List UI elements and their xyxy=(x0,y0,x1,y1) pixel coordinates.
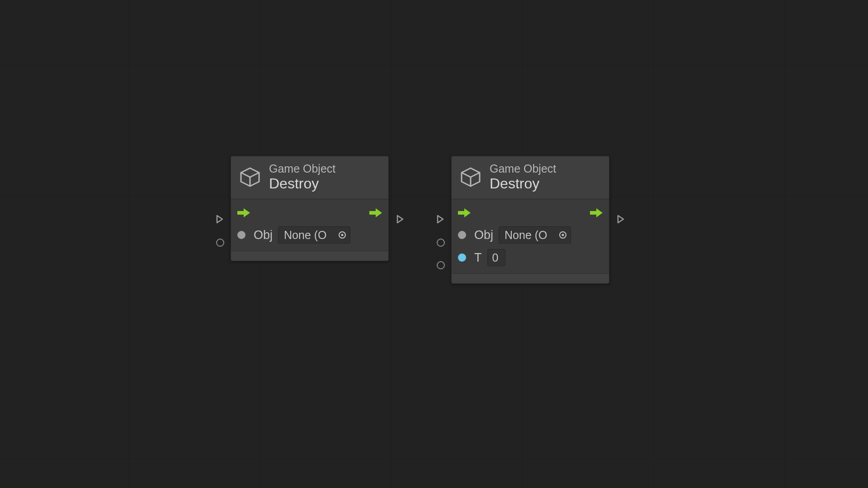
port-row-obj: Obj None (O xyxy=(231,224,388,246)
node-footer xyxy=(231,251,388,261)
flow-out-arrow-icon[interactable] xyxy=(369,208,382,218)
port-dot-t[interactable] xyxy=(458,253,466,262)
node-footer xyxy=(452,273,609,283)
node-destroy-2[interactable]: Game Object Destroy xyxy=(451,156,609,284)
object-picker-icon[interactable] xyxy=(559,231,567,239)
node-header-text: Game Object Destroy xyxy=(269,163,335,192)
flow-row xyxy=(231,202,388,224)
object-field-value: None (O xyxy=(505,229,556,242)
node-destroy-1[interactable]: Game Object Destroy xyxy=(231,156,389,261)
port-dot-obj[interactable] xyxy=(458,231,466,239)
node-header[interactable]: Game Object Destroy xyxy=(452,156,609,199)
flow-in-arrow-icon[interactable] xyxy=(237,208,250,218)
port-row-obj: Obj None (O xyxy=(452,224,609,246)
node-header-text: Game Object Destroy xyxy=(490,163,556,192)
port-row-t: T 0 xyxy=(452,246,609,269)
node-category-label: Game Object xyxy=(269,163,335,175)
port-label-obj: Obj xyxy=(474,228,493,242)
svg-point-1 xyxy=(341,234,344,236)
flow-row xyxy=(452,202,609,224)
node-body: Obj None (O T 0 xyxy=(452,199,609,273)
flow-output-connector[interactable] xyxy=(617,214,625,224)
object-reference-field[interactable]: None (O xyxy=(499,226,571,244)
flow-in-arrow-icon[interactable] xyxy=(458,208,471,218)
cube-icon xyxy=(239,166,261,188)
object-reference-field[interactable]: None (O xyxy=(278,226,350,244)
flow-output-connector[interactable] xyxy=(396,214,404,224)
port-dot-obj[interactable] xyxy=(237,231,245,239)
object-picker-icon[interactable] xyxy=(338,231,346,239)
data-input-connector-obj[interactable] xyxy=(216,239,224,247)
flow-input-connector[interactable] xyxy=(216,214,224,224)
cube-icon xyxy=(460,166,481,188)
node-body: Obj None (O xyxy=(231,199,388,251)
svg-point-3 xyxy=(562,234,564,236)
data-input-connector-t[interactable] xyxy=(437,261,445,269)
float-field-value: 0 xyxy=(492,251,505,264)
port-label-obj: Obj xyxy=(254,228,273,242)
port-label-t: T xyxy=(474,251,482,265)
node-header[interactable]: Game Object Destroy xyxy=(231,156,388,199)
node-category-label: Game Object xyxy=(490,163,556,175)
object-field-value: None (O xyxy=(284,229,335,242)
flow-input-connector[interactable] xyxy=(436,214,444,224)
flow-out-arrow-icon[interactable] xyxy=(590,208,603,218)
float-field-t[interactable]: 0 xyxy=(487,249,505,266)
node-title-label: Destroy xyxy=(269,175,335,192)
graph-canvas[interactable]: Game Object Destroy xyxy=(0,0,868,488)
node-title-label: Destroy xyxy=(490,175,556,192)
data-input-connector-obj[interactable] xyxy=(437,239,445,247)
